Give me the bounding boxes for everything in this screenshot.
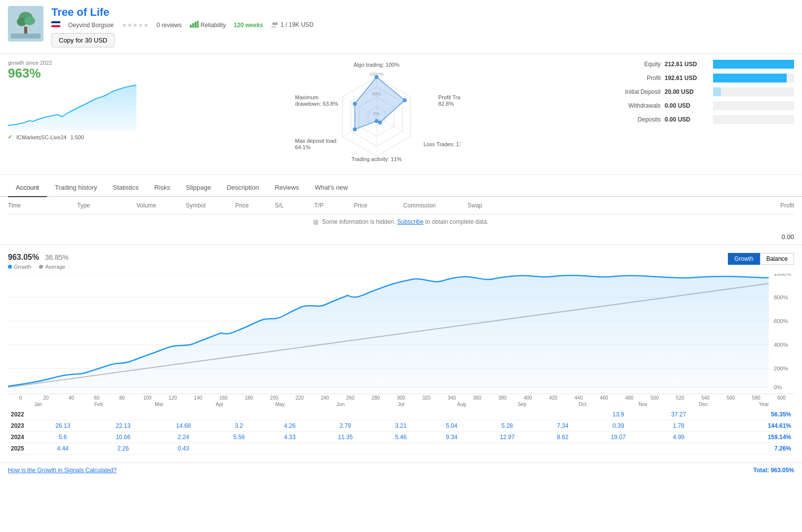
cell-2025-total: 7.26%	[709, 443, 794, 454]
cell-2022-10	[537, 409, 588, 420]
mini-chart	[8, 81, 136, 130]
leverage-ratio: 1:500	[70, 134, 84, 140]
tab-slippage[interactable]: Slippage	[178, 179, 219, 197]
copy-button[interactable]: Copy for 30 USD	[51, 33, 115, 47]
withdrawals-value: 0.00 USD	[665, 102, 709, 109]
month-jul: Jul	[371, 402, 431, 407]
col-header-profit: Profit	[507, 202, 794, 209]
growth-avg-pct: 36.85%	[45, 253, 68, 261]
svg-rect-32	[313, 220, 318, 225]
reviews-count: 0 reviews	[157, 22, 182, 29]
reliability-bars-icon	[190, 21, 199, 29]
page-title: Tree of Life	[51, 6, 794, 19]
year-2023: 2023	[8, 420, 33, 432]
profit-value: 192.61 USD	[665, 75, 709, 82]
cell-2022-total: 56.35%	[709, 409, 794, 420]
year-2024: 2024	[8, 432, 33, 443]
profit-bar	[713, 74, 787, 82]
cell-2024-01: 5.6	[33, 432, 93, 443]
header-meta: Oeyvind Borgsoe ★★★★★ 0 reviews Reliabil…	[51, 21, 794, 29]
cell-2022-05	[264, 409, 315, 420]
x-tick-180: 180	[236, 395, 261, 401]
radar-label-deposit-val: 64.1%	[295, 144, 310, 150]
main-chart-wrapper: 1000% 800% 600% 400% 200% 0%	[8, 274, 794, 394]
footer-total: Total: 963.05%	[754, 467, 795, 474]
subscribe-link[interactable]: Subscribe	[397, 218, 423, 225]
cell-2024-04: 5.56	[213, 432, 264, 443]
svg-text:200%: 200%	[774, 366, 788, 371]
col-header-sl: S/L	[275, 202, 314, 209]
x-tick-320: 320	[414, 395, 439, 401]
cell-2024-02: 10.66	[93, 432, 153, 443]
table-row: 2023 26.13 22.13 14.68 3.2 4.26 2.79 3.2…	[8, 420, 794, 432]
page-footer: How is the Growth in Signals Calculated?…	[0, 462, 802, 478]
svg-text:0%: 0%	[774, 384, 782, 390]
tab-risks[interactable]: Risks	[147, 179, 178, 197]
svg-rect-8	[51, 25, 60, 27]
cell-2023-07: 3.21	[376, 420, 426, 432]
col-header-price: Price	[235, 202, 275, 209]
year-data-table: 2022 13.9 37.27 56.35% 2023 26.13 22.13	[8, 409, 794, 454]
svg-rect-11	[195, 22, 197, 28]
cell-2022-11: 13.9	[588, 409, 648, 420]
svg-point-14	[275, 22, 278, 25]
x-tick-560: 560	[718, 395, 743, 401]
x-tick-400: 400	[515, 395, 541, 401]
balance-button[interactable]: Balance	[760, 253, 794, 265]
deposit-label: Initial Deposit	[606, 88, 661, 95]
cell-2023-05: 4.26	[264, 420, 315, 432]
month-feb: Feb	[68, 402, 128, 407]
x-tick-420: 420	[541, 395, 566, 401]
month-aug: Aug	[431, 402, 492, 407]
table-row: 2025 4.44 2.26 0.43 7.26%	[8, 443, 794, 454]
svg-point-31	[353, 102, 357, 106]
page-header: Tree of Life Oeyvind Borgsoe ★★★★★ 0 rev…	[0, 0, 802, 54]
cell-2023-08: 5.04	[426, 420, 477, 432]
x-tick-280: 280	[363, 395, 388, 401]
cell-2025-02: 2.26	[93, 443, 153, 454]
x-tick-380: 380	[490, 395, 515, 401]
x-tick-220: 220	[287, 395, 312, 401]
svg-rect-9	[190, 25, 192, 28]
svg-text:1000%: 1000%	[774, 274, 791, 277]
leverage-users: 1 / 19K USD	[271, 21, 314, 29]
cell-2022-12: 37.27	[648, 409, 709, 420]
tab-account[interactable]: Account	[8, 179, 47, 197]
deposits-label: Deposits	[606, 116, 661, 123]
x-tick-480: 480	[617, 395, 642, 401]
growth-button[interactable]: Growth	[728, 253, 760, 265]
svg-rect-7	[51, 23, 60, 25]
legend-average: Average	[39, 264, 65, 270]
author-name: Oeyvind Borgsoe	[68, 22, 114, 29]
col-header-commission: Commission	[403, 202, 467, 209]
deposits-value: 0.00 USD	[665, 116, 709, 123]
tab-reviews[interactable]: Reviews	[267, 179, 307, 197]
x-tick-200: 200	[261, 395, 287, 401]
growth-chart-svg: 1000% 800% 600% 400% 200% 0%	[8, 274, 794, 392]
svg-rect-5	[11, 34, 41, 39]
stats-panel: growth since 2022 963% ✔ ICMarketsSC-Liv…	[0, 54, 802, 174]
tab-description[interactable]: Description	[219, 179, 267, 197]
cell-2022-07	[376, 409, 426, 420]
cell-2025-04	[213, 443, 264, 454]
table-row: 2022 13.9 37.27 56.35%	[8, 409, 794, 420]
month-dec: Dec	[673, 402, 733, 407]
withdrawals-bar-container	[713, 101, 794, 110]
total-label: Total:	[754, 467, 769, 474]
profit-label: Profit	[606, 75, 661, 82]
month-oct: Oct	[552, 402, 613, 407]
tab-trading-history[interactable]: Trading history	[47, 179, 105, 197]
tab-statistics[interactable]: Statistics	[105, 179, 146, 197]
equity-row-equity: Equity 212.61 USD	[606, 60, 794, 69]
month-year: Year	[734, 402, 794, 407]
tab-whats-new[interactable]: What's new	[307, 179, 356, 197]
cell-2025-09	[477, 443, 537, 454]
growth-calc-link[interactable]: How is the Growth in Signals Calculated?	[8, 467, 117, 474]
legend-growth-label: Growth	[14, 264, 31, 270]
svg-rect-4	[24, 27, 27, 35]
equity-row-profit: Profit 192.61 USD	[606, 74, 794, 82]
cell-2022-09	[477, 409, 537, 420]
year-2022: 2022	[8, 409, 33, 420]
cell-2023-09: 5.28	[477, 420, 537, 432]
cell-2022-08	[426, 409, 477, 420]
